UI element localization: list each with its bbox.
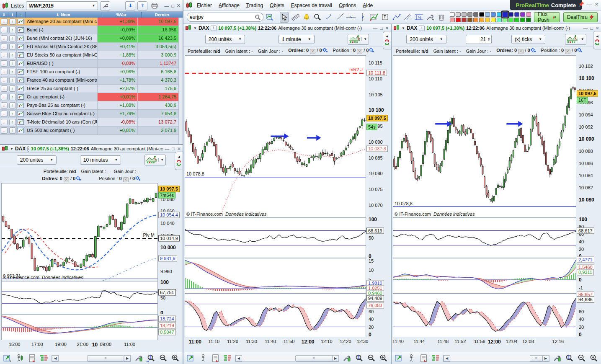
color-swatch[interactable] (450, 12, 455, 17)
open-chart-button[interactable] (17, 59, 25, 67)
open-chart-button[interactable] (17, 51, 25, 59)
buy-button[interactable]: ↑ (8, 34, 17, 42)
vertical-line-tool[interactable] (358, 12, 366, 23)
menu-item-aide[interactable]: Aide (359, 1, 376, 10)
gear-icon[interactable] (135, 176, 141, 181)
parallel-lines-tool[interactable] (403, 12, 412, 23)
move-up-button[interactable]: ⬆ (137, 1, 147, 10)
color-swatch[interactable] (491, 18, 496, 22)
buy-button[interactable]: ↑ (8, 59, 17, 67)
info-icon[interactable]: i (419, 26, 425, 31)
open-chart-icon[interactable] (266, 12, 274, 23)
sell-button[interactable]: ↓ (0, 43, 8, 51)
scroll-left-icon[interactable]: ◀ (52, 355, 59, 361)
buy-arrow-icon[interactable]: ↑ (9, 77, 16, 83)
table-row[interactable]: ↓↑EU Stocks 50 au comptant (Mini-Co...+1… (0, 51, 178, 59)
zigzag-tool[interactable] (392, 12, 400, 23)
table-row[interactable]: ↓↑EUR/USD (-)-0,08%1,13747 (0, 59, 178, 68)
trendline-tool[interactable] (335, 12, 344, 23)
print-button[interactable] (150, 1, 160, 10)
trading-panel-toggle[interactable]: ◀ (175, 152, 183, 170)
color-swatch[interactable] (491, 12, 496, 17)
menu-item-options[interactable]: Options (335, 1, 359, 10)
color-swatch[interactable] (456, 18, 461, 22)
delete-tool[interactable] (437, 12, 446, 23)
sell-arrow-icon[interactable]: ↓ (1, 102, 8, 108)
sell-button[interactable]: ↓ (0, 118, 8, 126)
table-row[interactable]: ↓↑US 500 au comptant (-)+0,81%2 071,9 (0, 126, 178, 135)
percent-retracement-tool[interactable]: % (414, 12, 423, 23)
buy-arrow-icon[interactable]: ↑ (9, 102, 16, 108)
sell-button[interactable]: ↓ (0, 76, 8, 84)
sell-arrow-icon[interactable]: ↓ (1, 111, 8, 117)
open-chart-button[interactable] (17, 26, 25, 34)
settings-tool[interactable] (426, 12, 434, 23)
sell-arrow-icon[interactable]: ↓ (1, 77, 8, 83)
maximize-button[interactable]: □ (590, 26, 593, 31)
dealthru-button[interactable]: DealThru (563, 12, 598, 22)
chart-settings-icon[interactable] (134, 354, 143, 363)
maximize-button[interactable]: □ (380, 26, 383, 31)
maximize-button[interactable]: □ (172, 146, 175, 151)
minimize-button[interactable]: — (164, 3, 169, 8)
color-swatch[interactable] (450, 18, 455, 22)
gear-icon[interactable] (322, 48, 328, 53)
sell-arrow-icon[interactable]: ↓ (1, 85, 8, 92)
tick-count-spinner[interactable]: 21▲▼ (466, 35, 492, 44)
color-swatch[interactable] (526, 18, 531, 22)
open-chart-button[interactable] (17, 34, 25, 42)
info-icon[interactable]: i (211, 26, 217, 31)
table-row[interactable]: ↓↑T-Note Décimalisé 10 ans (Con (JU...-0… (0, 118, 178, 126)
sell-button[interactable]: ↓ (0, 126, 8, 134)
close-button[interactable]: ✕ (595, 2, 598, 7)
buy-button[interactable]: ↑ (8, 118, 17, 126)
color-swatch[interactable] (467, 18, 472, 22)
report-icon[interactable] (419, 354, 428, 363)
scroll-right-icon[interactable]: ▶ (332, 355, 339, 361)
gear-icon[interactable] (530, 48, 536, 53)
menu-item-affichage[interactable]: Affichage (215, 1, 243, 10)
open-chart-button[interactable] (17, 68, 25, 76)
color-swatch[interactable] (485, 18, 490, 22)
column-header-name[interactable]: ⬇Nom (26, 12, 101, 18)
table-row[interactable]: ↓↑EU Stocks 50 (Mini-Contrat 2€ (SEP-...… (0, 43, 178, 51)
watchlist-scrollbar[interactable] (178, 18, 183, 144)
sell-button[interactable]: ↓ (0, 34, 8, 42)
minimize-button[interactable]: — (587, 2, 592, 7)
timeframe-dropdown[interactable]: 10 minutes▼ (80, 155, 121, 165)
scrollbar-thumb[interactable]: ≡ (87, 355, 124, 361)
orderbook-icon[interactable] (223, 354, 232, 363)
open-chart-button[interactable] (17, 43, 25, 51)
buy-button[interactable]: ↑ (8, 51, 17, 59)
color-swatch[interactable] (462, 18, 467, 22)
close-button[interactable]: ✕ (385, 26, 389, 31)
scrollbar-thumb[interactable]: ≡ (295, 355, 332, 361)
color-swatch[interactable] (526, 12, 531, 17)
table-row[interactable]: ↓↑FTSE 100 au comptant (-)+0,96%6 165,8 (0, 68, 178, 76)
sell-arrow-icon[interactable]: ↓ (1, 52, 8, 58)
color-swatch[interactable] (456, 12, 461, 17)
buy-arrow-icon[interactable]: ↑ (9, 94, 16, 100)
color-swatch[interactable] (479, 12, 484, 17)
export-chart-icon[interactable] (395, 354, 404, 363)
search-box[interactable] (187, 13, 263, 22)
buy-arrow-icon[interactable]: ↑ (9, 69, 16, 75)
open-chart-button[interactable] (17, 18, 25, 26)
orderbook-icon[interactable] (39, 354, 49, 363)
pattern-tool[interactable] (369, 12, 379, 23)
chevron-down-icon[interactable]: ▼ (10, 147, 13, 151)
open-chart-button[interactable] (17, 93, 25, 101)
table-row[interactable]: ↓↑Bund (Mini contrat 2€) (JUN-16)+0,09%1… (0, 34, 178, 43)
alarm-tool[interactable] (302, 12, 311, 23)
header-sell-icon[interactable]: ⬇ (0, 12, 8, 18)
buy-arrow-icon[interactable]: ↑ (9, 52, 16, 58)
chart-right-plot[interactable]: 10 078,810 10210 10010 09810 09610 09410… (392, 55, 601, 347)
segment-tool[interactable] (325, 12, 333, 23)
buy-arrow-icon[interactable]: ↑ (9, 35, 16, 41)
header-buy-icon[interactable]: ⬆ (8, 12, 17, 18)
buy-arrow-icon[interactable]: ↑ (9, 27, 16, 33)
sell-arrow-icon[interactable]: ↓ (1, 94, 8, 100)
sell-arrow-icon[interactable]: ↓ (1, 44, 8, 50)
buy-button[interactable]: ↑ (8, 126, 17, 134)
open-chart-button[interactable] (17, 76, 25, 84)
